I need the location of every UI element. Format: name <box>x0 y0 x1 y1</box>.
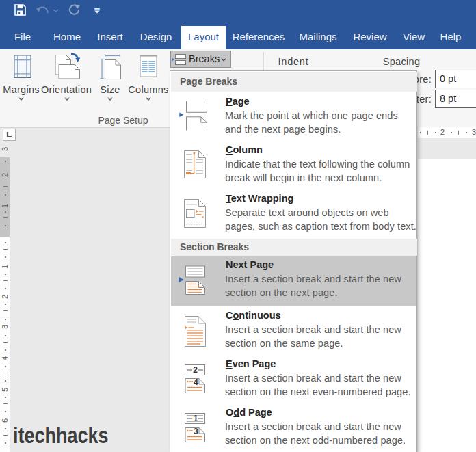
svg-text:2: 2 <box>193 365 198 375</box>
svg-text:1: 1 <box>194 414 198 423</box>
svg-text:4: 4 <box>194 377 198 387</box>
svg-text:3: 3 <box>194 427 198 436</box>
